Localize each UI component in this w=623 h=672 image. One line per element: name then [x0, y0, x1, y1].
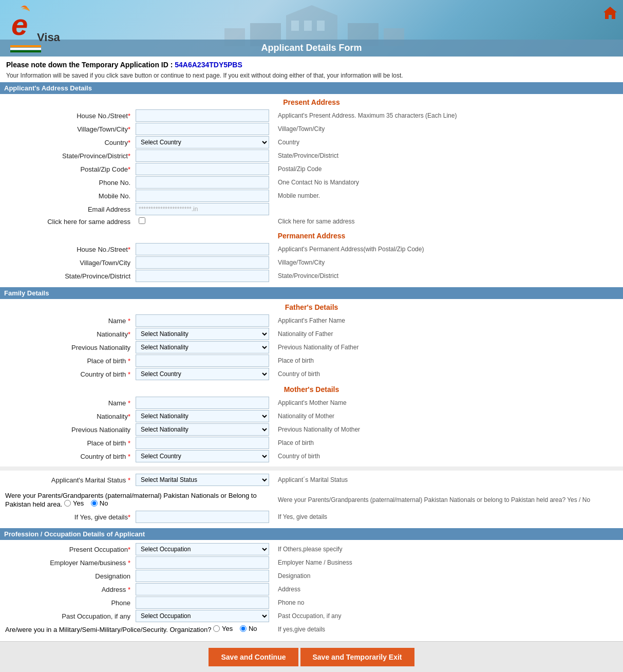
mothers-details-section: Mother's Details Name * Applicant's Moth… — [0, 381, 623, 463]
mother-country-birth-select[interactable]: Select Country — [136, 450, 269, 462]
section-header-address: Applicant's Address Details — [0, 82, 623, 94]
page-title: Applicant Details Form — [261, 43, 362, 53]
father-prev-nationality-label: Previous Nationality — [1, 341, 135, 353]
same-address-label: Click here for same address — [1, 216, 135, 227]
perm-state-input[interactable] — [136, 270, 269, 282]
perm-village-input-cell — [136, 256, 272, 269]
fathers-details-title: Father's Details — [0, 299, 623, 313]
same-address-checkbox[interactable] — [139, 217, 145, 224]
father-place-birth-input[interactable] — [136, 354, 269, 367]
home-icon[interactable] — [602, 5, 618, 21]
mother-place-birth-label: Place of birth * — [1, 437, 135, 449]
email-label: Email Address — [1, 203, 135, 215]
mother-name-input[interactable] — [136, 397, 269, 409]
designation-input-cell — [136, 570, 272, 582]
village-input-cell — [136, 123, 272, 135]
perm-state-label: State/Province/District — [1, 270, 135, 282]
logo-visa-text: Visa — [37, 31, 60, 44]
military-question-text: Are/were you in a Military/Semi-Military… — [5, 626, 211, 633]
perm-house-input[interactable] — [136, 243, 269, 255]
mother-country-birth-row: Country of birth * Select Country Countr… — [1, 450, 622, 462]
father-nationality-hint: Nationality of Father — [273, 328, 622, 340]
father-name-input[interactable] — [136, 314, 269, 327]
mother-name-row: Name * Applicant's Mother Name — [1, 397, 622, 409]
prof-phone-input[interactable] — [136, 596, 269, 609]
mother-place-birth-input[interactable] — [136, 437, 269, 449]
svg-rect-3 — [291, 21, 299, 31]
perm-house-row: House No./Street* Applicant's Permanent … — [1, 243, 622, 255]
state-input[interactable] — [136, 150, 269, 162]
military-yes-radio[interactable] — [213, 625, 220, 632]
present-address-table: House No./Street* Applicant's Present Ad… — [0, 108, 623, 228]
mother-nationality-select[interactable]: Select Nationality — [136, 410, 269, 422]
email-row: Email Address — [1, 203, 622, 215]
father-name-hint: Applicant's Father Name — [273, 314, 622, 327]
father-name-label: Name * — [1, 314, 135, 327]
email-hint — [273, 203, 622, 215]
employer-name-input[interactable] — [136, 556, 269, 569]
svg-text:e: e — [11, 8, 28, 41]
mobile-input[interactable] — [136, 190, 269, 202]
pakistan-hint: Were your Parents/Grandparents (paternal… — [273, 490, 622, 510]
father-prev-nationality-input-cell: Select Nationality — [136, 341, 272, 353]
village-input[interactable] — [136, 123, 269, 135]
father-nationality-select[interactable]: Select Nationality — [136, 328, 269, 340]
present-address-title: Present Address — [0, 94, 623, 108]
email-input[interactable] — [136, 203, 269, 215]
mother-place-birth-input-cell — [136, 437, 272, 449]
header-banner: e Visa Applicant Details Form — [0, 0, 623, 57]
phone-hint: One Contact No is Mandatory — [273, 176, 622, 189]
address-input[interactable] — [136, 583, 269, 595]
past-occupation-hint: Past Occupation, if any — [273, 610, 622, 622]
pakistan-yes-radio[interactable] — [64, 500, 71, 507]
state-row: State/Province/District* State/Province/… — [1, 150, 622, 162]
save-continue-button[interactable]: Save and Continue — [209, 648, 298, 666]
perm-village-input[interactable] — [136, 256, 269, 269]
country-select[interactable]: Select Country — [136, 136, 269, 148]
pakistan-details-label: If Yes, give details* — [1, 511, 135, 523]
section-header-profession: Profession / Occupation Details of Appli… — [0, 528, 623, 540]
employer-name-row: Employer Name/business * Employer Name /… — [1, 556, 622, 569]
present-address-section: Present Address House No./Street* Applic… — [0, 94, 623, 228]
employer-name-input-cell — [136, 556, 272, 569]
fathers-details-section: Father's Details Name * Applicant's Fath… — [0, 299, 623, 381]
postal-input[interactable] — [136, 163, 269, 175]
marital-status-select[interactable]: Select Marital Status — [136, 474, 269, 486]
perm-house-label: House No./Street* — [1, 243, 135, 255]
military-no-radio[interactable] — [240, 625, 247, 632]
phone-input[interactable] — [136, 176, 269, 189]
house-street-row: House No./Street* Applicant's Present Ad… — [1, 109, 622, 122]
pakistan-details-input[interactable] — [136, 511, 269, 523]
house-street-input[interactable] — [136, 109, 269, 122]
pakistan-no-radio[interactable] — [91, 500, 98, 507]
mother-country-birth-hint: Country of birth — [273, 450, 622, 462]
mother-nationality-input-cell: Select Nationality — [136, 410, 272, 422]
save-exit-button[interactable]: Save and Temporarily Exit — [300, 648, 414, 666]
separator-bar — [0, 466, 623, 471]
mother-prev-nationality-hint: Previous Nationality of Mother — [273, 423, 622, 436]
header-title-bar: Applicant Details Form — [0, 40, 623, 57]
house-street-input-cell — [136, 109, 272, 122]
pakistan-yes-label: Yes — [64, 499, 84, 507]
mother-nationality-label: Nationality* — [1, 410, 135, 422]
father-prev-nationality-select[interactable]: Select Nationality — [136, 341, 269, 353]
mothers-details-table: Name * Applicant's Mother Name Nationali… — [0, 396, 623, 463]
designation-label: Designation — [1, 570, 135, 582]
military-yes-label: Yes — [213, 625, 233, 632]
home-icon-area[interactable] — [602, 5, 618, 22]
app-id-label: Please note down the Temporary Applicati… — [6, 61, 173, 69]
prof-phone-label: Phone — [1, 596, 135, 609]
father-country-birth-select[interactable]: Select Country — [136, 368, 269, 380]
perm-state-hint: State/Province/District — [273, 270, 622, 282]
mother-prev-nationality-select[interactable]: Select Nationality — [136, 423, 269, 436]
address-input-cell — [136, 583, 272, 595]
svg-rect-4 — [304, 21, 312, 31]
past-occupation-select[interactable]: Select Occupation — [136, 610, 269, 622]
past-occupation-row: Past Occupation, if any Select Occupatio… — [1, 610, 622, 622]
logo-area: e Visa — [10, 5, 60, 52]
present-occupation-select[interactable]: Select Occupation — [136, 543, 269, 555]
designation-input[interactable] — [136, 570, 269, 582]
house-street-label: House No./Street* — [1, 109, 135, 122]
marital-pakistan-table: Applicant's Marital Status * Select Mari… — [0, 473, 623, 487]
father-country-birth-label: Country of birth * — [1, 368, 135, 380]
